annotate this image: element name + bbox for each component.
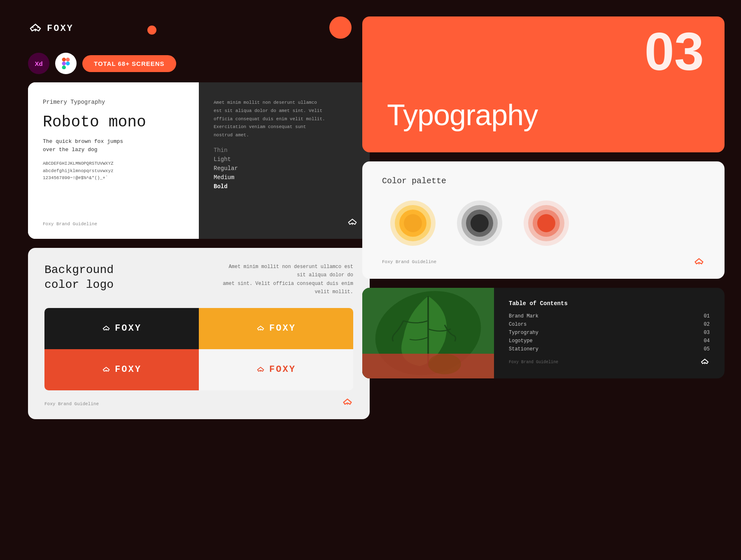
logo-grid: FOXY FOXY FOXY [44,308,353,390]
weight-medium: Medium [214,174,355,181]
foxy-icon-toc [700,358,710,366]
logo-variant-white: FOXY [199,349,353,390]
svg-rect-7 [362,354,494,378]
red-core [537,214,555,232]
primary-typography-label: Primery Typography [43,99,184,105]
toc-label-5: Stationery [509,346,538,352]
foxy-icon-typo [347,218,358,229]
weight-regular: Regular [214,165,355,172]
hero-title: Typography [387,98,538,132]
gray-circle-group [457,201,502,246]
bg-logo-footer: Foxy Brand Guideline [44,398,353,407]
toc-item-1: Brand Mark 01 [509,313,710,319]
xd-badge: Xd [28,53,49,74]
bg-logo-title: Backgroundcolor logo [44,263,114,293]
toc-item-3: Typrograhy 03 [509,330,710,336]
typography-card-right: Amet minim mollit non deserunt ullamco e… [199,82,370,239]
right-cards: 03 Typography Color palette [362,16,725,378]
leaf-illustration [362,288,494,378]
decorative-circle-1 [147,26,156,35]
red-circle-group [524,201,569,246]
toc-items: Brand Mark 01 Colors 02 Typrograhy 03 Lo… [509,313,710,353]
weight-thin: Thin [214,147,355,154]
svg-rect-1 [66,58,70,62]
decorative-circle-2 [329,16,352,39]
toc-image [362,288,494,378]
toc-num-3: 03 [704,330,710,336]
svg-point-4 [66,62,70,66]
logo: FOXY [28,23,74,34]
left-cards: Primery Typography Roboto mono The quick… [28,82,370,419]
svg-point-8 [428,354,461,374]
color-circles [382,201,705,246]
orange-circle-group [390,201,436,246]
toc-brand-label: Foxy Brand Guideline [509,360,558,364]
color-palette-card: Color palette [362,161,725,279]
toc-content: Table of Contents Brand Mark 01 Colors 0… [494,288,725,378]
toc-label-2: Colors [509,322,527,327]
logo-cell-red-text: FOXY [115,364,142,375]
typography-card-left: Primery Typography Roboto mono The quick… [28,82,199,239]
font-sample: The quick brown fox jumpsover the lazy d… [43,138,184,155]
alphabet-lower: abcdefghijklmnopqrstuvwxyz [43,168,184,175]
toc-item-4: Logotype 04 [509,338,710,344]
toc-num-1: 01 [704,313,710,319]
weight-list: Thin Light Regular Medium Bold [214,147,355,190]
hero-number: 03 [644,25,704,78]
svg-rect-3 [62,65,66,69]
foxy-logo-icon [28,23,43,34]
toc-num-2: 02 [704,322,710,327]
logo-text: FOXY [47,23,74,34]
gray-core [471,214,489,232]
toc-item-5: Stationery 05 [509,346,710,352]
foxy-icon-palette [693,257,705,266]
toc-item-2: Colors 02 [509,322,710,327]
logo-variant-black: FOXY [44,308,199,349]
logo-variant-red: FOXY [44,349,199,390]
tool-badges: Xd TOTAL 68+ SCREENS [28,53,176,74]
toc-label-4: Logotype [509,338,533,344]
logo-cell-orange-text: FOXY [269,323,296,334]
svg-rect-0 [62,58,66,62]
font-name: Roboto mono [43,113,184,132]
color-palette-title: Color palette [382,176,705,186]
bg-logo-card: Backgroundcolor logo Amet minim mollit n… [28,248,370,419]
toc-card: Table of Contents Brand Mark 01 Colors 0… [362,288,725,378]
weight-light: Light [214,156,355,163]
bg-logo-description: Amet minim mollit non deserunt ullamco e… [221,263,353,296]
brand-guideline-palette: Foxy Brand Guideline [382,259,436,264]
svg-rect-2 [62,62,66,66]
color-palette-footer: Foxy Brand Guideline [382,257,705,266]
toc-label-3: Typrograhy [509,330,538,336]
figma-icon [60,58,72,69]
toc-label-1: Brand Mark [509,313,538,319]
screens-badge: TOTAL 68+ SCREENS [82,55,176,72]
header: FOXY [28,23,74,34]
alphabet-upper: ABCDEFGHIJKLMNOPQRSTUVWXYZ [43,160,184,168]
bg-logo-header: Backgroundcolor logo Amet minim mollit n… [44,263,353,296]
logo-variant-orange: FOXY [199,308,353,349]
toc-footer: Foxy Brand Guideline [509,358,710,366]
toc-num-5: 05 [704,346,710,352]
toc-title: Table of Contents [509,300,710,307]
brand-guideline-left: Foxy Brand Guideline [43,222,184,226]
typography-hero-card: 03 Typography [362,16,725,152]
figma-badge [55,53,77,74]
orange-core [404,214,422,232]
weight-bold: Bold [214,183,355,190]
logo-cell-black-text: FOXY [115,323,142,334]
typography-card: Primery Typography Roboto mono The quick… [28,82,370,239]
numbers: 1234567890~!@#$%^&*()_+` [43,175,184,182]
brand-guideline-bg-logo: Foxy Brand Guideline [44,401,99,406]
foxy-icon-bg-logo [342,398,353,407]
typo-body-text: Amet minim mollit non deserunt ullamco e… [214,99,355,140]
toc-num-4: 04 [704,338,710,344]
logo-cell-white-text: FOXY [269,364,296,375]
